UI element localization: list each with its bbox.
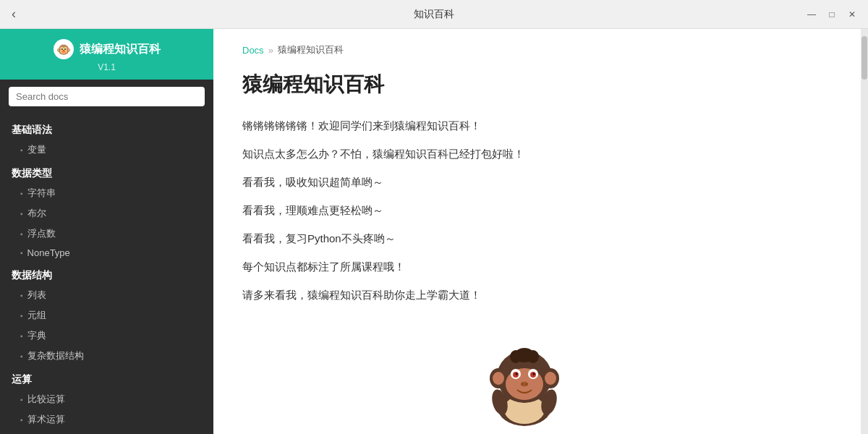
nav-section-title: 数据类型 bbox=[0, 160, 213, 183]
svg-point-16 bbox=[525, 383, 528, 386]
nav-bullet: ▪ bbox=[20, 292, 23, 299]
app-container: 🐵 猿编程知识百科 V1.1 基础语法▪变量数据类型▪字符串▪布尔▪浮点数▪No… bbox=[0, 29, 868, 434]
nav-bullet: ▪ bbox=[20, 249, 23, 257]
nav-bullet: ▪ bbox=[20, 230, 23, 238]
content-paragraph: 看看我，复习Python不头疼哟～ bbox=[242, 229, 807, 248]
sidebar-logo-text: 猿编程知识百科 bbox=[80, 42, 161, 57]
page-title: 猿编程知识百科 bbox=[242, 71, 807, 98]
nav-item[interactable]: ▪字典 bbox=[0, 326, 213, 346]
nav-bullet: ▪ bbox=[20, 416, 23, 424]
nav-section-title: 数据结构 bbox=[0, 262, 213, 285]
nav-bullet: ▪ bbox=[20, 396, 23, 404]
titlebar-title: 知识百科 bbox=[414, 8, 454, 21]
content-paragraph: 看看我，理顺难点更轻松哟～ bbox=[242, 200, 807, 220]
nav-item-label: 字典 bbox=[27, 329, 46, 342]
sidebar: 🐵 猿编程知识百科 V1.1 基础语法▪变量数据类型▪字符串▪布尔▪浮点数▪No… bbox=[0, 29, 213, 434]
content-area: Docs » 猿编程知识百科 猿编程知识百科 锵锵锵锵锵锵！欢迎同学们来到猿编程… bbox=[213, 29, 861, 434]
nav-item[interactable]: ▪字符串 bbox=[0, 183, 213, 203]
sidebar-header: 🐵 猿编程知识百科 V1.1 bbox=[0, 29, 213, 80]
nav-item-label: 复杂数据结构 bbox=[27, 349, 84, 362]
nav-item[interactable]: ▪列表 bbox=[0, 285, 213, 305]
minimize-button[interactable]: — bbox=[804, 7, 819, 22]
svg-point-15 bbox=[521, 383, 524, 386]
nav-bullet: ▪ bbox=[20, 146, 23, 154]
sidebar-version: V1.1 bbox=[98, 62, 116, 72]
nav-bullet: ▪ bbox=[20, 332, 23, 340]
monkey-icon: 🐵 bbox=[56, 43, 71, 56]
nav-item[interactable]: ▪元组 bbox=[0, 305, 213, 326]
svg-point-4 bbox=[493, 372, 504, 385]
svg-point-12 bbox=[516, 373, 518, 375]
sidebar-logo-icon: 🐵 bbox=[54, 39, 74, 59]
nav-bullet: ▪ bbox=[20, 210, 23, 218]
nav-item-label: 列表 bbox=[27, 289, 46, 302]
breadcrumb: Docs » 猿编程知识百科 bbox=[242, 43, 807, 56]
nav-item-label: NoneType bbox=[27, 247, 70, 258]
nav-item-label: 变量 bbox=[27, 143, 46, 156]
nav-item-label: 算术运算 bbox=[27, 413, 65, 426]
nav-bullet: ▪ bbox=[20, 312, 23, 320]
scrollbar-track bbox=[861, 29, 868, 434]
window-controls: — □ ✕ bbox=[804, 7, 859, 22]
breadcrumb-docs-link[interactable]: Docs bbox=[242, 45, 264, 56]
svg-point-18 bbox=[510, 350, 522, 363]
nav-item[interactable]: ▪浮点数 bbox=[0, 224, 213, 244]
page-body: 锵锵锵锵锵锵！欢迎同学们来到猿编程知识百科！知识点太多怎么办？不怕，猿编程知识百… bbox=[242, 116, 807, 305]
maximize-button[interactable]: □ bbox=[825, 7, 839, 22]
sidebar-nav: 基础语法▪变量数据类型▪字符串▪布尔▪浮点数▪NoneType数据结构▪列表▪元… bbox=[0, 114, 213, 434]
scrollbar-thumb[interactable] bbox=[861, 36, 867, 80]
back-button[interactable]: ‹ bbox=[12, 7, 16, 22]
content-paragraph: 请多来看我，猿编程知识百科助你走上学霸大道！ bbox=[242, 285, 807, 305]
nav-item[interactable]: ▪复杂数据结构 bbox=[0, 346, 213, 366]
monkey-illustration bbox=[242, 319, 807, 434]
breadcrumb-current: 猿编程知识百科 bbox=[278, 43, 344, 56]
svg-point-6 bbox=[545, 372, 556, 385]
nav-section-title: 基础语法 bbox=[0, 116, 213, 140]
nav-item[interactable]: ▪NoneType bbox=[0, 244, 213, 262]
content-paragraph: 锵锵锵锵锵锵！欢迎同学们来到猿编程知识百科！ bbox=[242, 116, 807, 135]
nav-section-title: 运算 bbox=[0, 366, 213, 389]
nav-item[interactable]: ▪布尔 bbox=[0, 203, 213, 224]
nav-item[interactable]: ▪算术运算 bbox=[0, 409, 213, 430]
nav-item-label: 元组 bbox=[27, 309, 46, 322]
nav-item[interactable]: ▪比较运算 bbox=[0, 389, 213, 409]
content-paragraph: 看看我，吸收知识超简单哟～ bbox=[242, 172, 807, 192]
nav-item-label: 比较运算 bbox=[27, 393, 65, 406]
sidebar-search-wrap bbox=[0, 80, 213, 114]
svg-point-19 bbox=[527, 350, 539, 363]
nav-item-label: 字符串 bbox=[27, 187, 56, 200]
monkey-svg bbox=[467, 319, 582, 434]
nav-item[interactable]: ▪变量 bbox=[0, 140, 213, 160]
search-input[interactable] bbox=[9, 87, 205, 106]
nav-item[interactable]: ▪逻辑运算 bbox=[0, 430, 213, 434]
content-paragraph: 每个知识点都标注了所属课程哦！ bbox=[242, 257, 807, 276]
svg-point-13 bbox=[533, 373, 535, 375]
titlebar: ‹ 知识百科 — □ ✕ bbox=[0, 0, 868, 29]
sidebar-logo-row: 🐵 猿编程知识百科 bbox=[54, 39, 161, 59]
nav-item-label: 布尔 bbox=[27, 207, 46, 220]
close-button[interactable]: ✕ bbox=[845, 7, 859, 22]
breadcrumb-separator: » bbox=[268, 45, 273, 56]
nav-item-label: 浮点数 bbox=[27, 227, 56, 240]
nav-bullet: ▪ bbox=[20, 190, 23, 197]
nav-bullet: ▪ bbox=[20, 352, 23, 360]
content-paragraph: 知识点太多怎么办？不怕，猿编程知识百科已经打包好啦！ bbox=[242, 144, 807, 163]
content-inner: Docs » 猿编程知识百科 猿编程知识百科 锵锵锵锵锵锵！欢迎同学们来到猿编程… bbox=[213, 29, 835, 434]
